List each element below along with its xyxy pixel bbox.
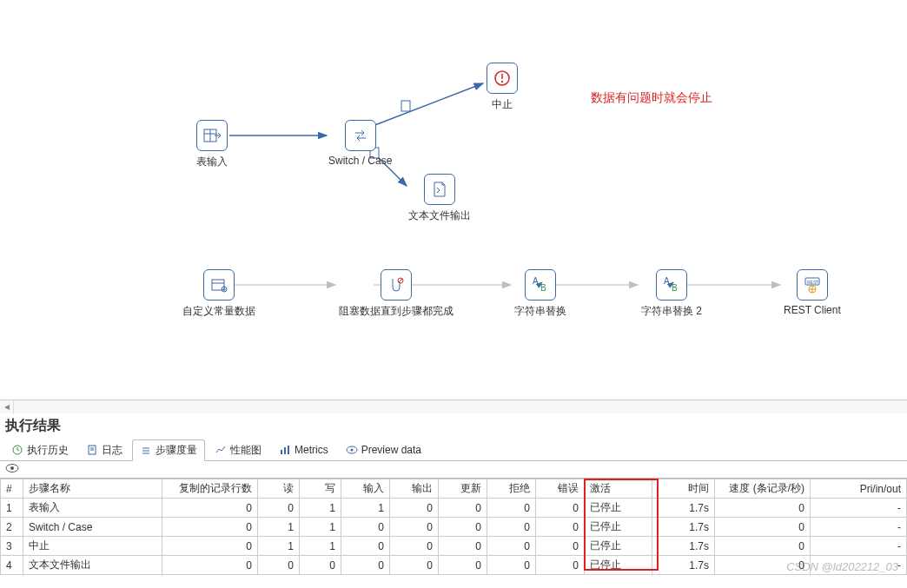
svg-rect-37	[284, 447, 286, 454]
tab-metrics[interactable]: Metrics	[271, 440, 336, 459]
node-string-replace-1[interactable]: AB 字符串替换	[514, 269, 566, 319]
svg-text:B: B	[672, 283, 678, 293]
table-row[interactable]: 4文本文件输出00000000已停止1.7s0-	[1, 556, 907, 575]
tab-history[interactable]: 执行历史	[3, 439, 76, 460]
col-read[interactable]: 读	[258, 479, 300, 499]
node-constant-data[interactable]: 自定义常量数据	[182, 269, 255, 319]
cell: 0	[715, 518, 811, 537]
tab-label: Preview data	[361, 444, 421, 456]
col-reject[interactable]: 拒绝	[487, 479, 536, 499]
cell: 0	[258, 556, 300, 575]
tab-log[interactable]: 日志	[78, 439, 130, 460]
cell: -	[811, 499, 907, 518]
horizontal-scrollbar[interactable]: ◂	[0, 400, 907, 413]
node-label: 自定义常量数据	[182, 304, 255, 319]
cell: 0	[715, 499, 811, 518]
tab-performance[interactable]: 性能图	[207, 439, 269, 460]
preview-icon	[346, 444, 358, 456]
cell: -	[811, 556, 907, 575]
cell: 1	[300, 499, 341, 518]
cell: 0	[487, 537, 536, 556]
col-copies[interactable]: 复制的记录行数	[162, 479, 258, 499]
toggle-columns-row	[0, 461, 907, 479]
node-label: 阻塞数据直到步骤都完成	[339, 304, 454, 319]
node-label: Switch / Case	[328, 155, 392, 167]
svg-point-40	[350, 449, 353, 452]
text-output-icon	[430, 180, 449, 199]
cell: 表输入	[23, 499, 162, 518]
svg-point-42	[10, 466, 14, 470]
cell: 0	[487, 556, 536, 575]
cell: 0	[258, 499, 300, 518]
cell: 0	[536, 499, 585, 518]
node-label: 中止	[487, 97, 518, 112]
cell: 1	[300, 537, 341, 556]
cell: -	[811, 518, 907, 537]
node-string-replace-2[interactable]: AB 字符串替换 2	[641, 269, 702, 319]
cell: 0	[439, 556, 487, 575]
cell: 0	[341, 556, 390, 575]
col-active[interactable]: 激活	[585, 479, 652, 499]
node-switch-case[interactable]: Switch / Case	[328, 120, 392, 167]
col-speed[interactable]: 速度 (条记录/秒)	[715, 479, 811, 499]
col-input[interactable]: 输入	[341, 479, 390, 499]
tab-label: 性能图	[230, 443, 262, 458]
cell: 已停止	[585, 499, 652, 518]
cell: 0	[390, 499, 439, 518]
cell: 1	[1, 499, 23, 518]
tab-label: 执行历史	[27, 443, 69, 458]
tab-step-metrics[interactable]: 步骤度量	[132, 439, 205, 461]
cell: 中止	[23, 537, 162, 556]
col-priinout[interactable]: Pri/in/out	[811, 479, 907, 499]
svg-point-14	[501, 81, 503, 83]
cell: 1.7s	[652, 556, 715, 575]
cell: 0	[715, 556, 811, 575]
node-label: 字符串替换 2	[641, 304, 702, 319]
col-time[interactable]: 时间	[652, 479, 715, 499]
cell: 已停止	[585, 518, 652, 537]
cell: 0	[536, 537, 585, 556]
cell: 1	[341, 499, 390, 518]
log-icon	[86, 444, 98, 456]
cell: -	[811, 537, 907, 556]
abort-icon	[493, 69, 512, 88]
cell: 0	[439, 499, 487, 518]
cell: 已停止	[585, 556, 652, 575]
cell: 已停止	[585, 537, 652, 556]
table-row[interactable]: 3中止01100000已停止1.7s0-	[1, 537, 907, 556]
results-tabs: 执行历史 日志 步骤度量 性能图 Metrics Preview data	[0, 439, 907, 461]
col-output[interactable]: 输出	[390, 479, 439, 499]
node-table-input[interactable]: 表输入	[196, 120, 228, 169]
node-rest-client[interactable]: REST REST Client	[784, 269, 841, 316]
col-write[interactable]: 写	[300, 479, 341, 499]
col-error[interactable]: 错误	[536, 479, 585, 499]
cell: 0	[162, 499, 258, 518]
svg-text:REST: REST	[807, 280, 818, 285]
step-metrics-icon	[140, 445, 152, 457]
cell: 1	[300, 518, 341, 537]
workflow-canvas[interactable]: 表输入 Switch / Case 中止 文本文件输出 自定义常量数据 阻塞数据…	[0, 0, 907, 400]
cell: 4	[1, 556, 23, 575]
tab-preview[interactable]: Preview data	[338, 440, 429, 459]
col-update[interactable]: 更新	[439, 479, 487, 499]
cell: 0	[390, 518, 439, 537]
cell: 1.7s	[652, 518, 715, 537]
cell: 0	[487, 518, 536, 537]
table-row[interactable]: 1表输入00110000已停止1.7s0-	[1, 499, 907, 518]
col-name[interactable]: 步骤名称	[23, 479, 162, 499]
cell: 0	[162, 537, 258, 556]
svg-text:A: A	[533, 276, 539, 286]
scroll-left-button[interactable]: ◂	[0, 400, 14, 414]
cell: 0	[390, 537, 439, 556]
node-block-until[interactable]: 阻塞数据直到步骤都完成	[339, 269, 454, 319]
table-row[interactable]: 2Switch / Case01100000已停止1.7s0-	[1, 518, 907, 537]
node-label: 表输入	[196, 155, 228, 169]
cell: 文本文件输出	[23, 556, 162, 575]
eye-icon[interactable]	[5, 464, 19, 476]
node-abort[interactable]: 中止	[487, 63, 518, 112]
results-title: 执行结果	[0, 413, 907, 439]
table-input-icon	[202, 126, 222, 145]
node-text-output[interactable]: 文本文件输出	[408, 174, 471, 223]
metrics-icon	[279, 444, 291, 456]
col-idx[interactable]: #	[1, 479, 23, 499]
